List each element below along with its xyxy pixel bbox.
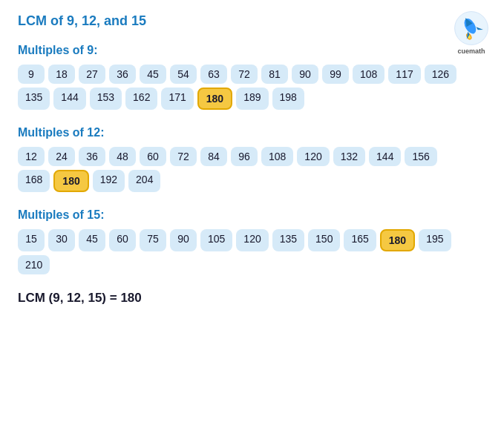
- chip-0-0-0: 9: [18, 65, 45, 84]
- chip-0-1-2: 153: [90, 88, 122, 110]
- chip-1-0-7: 96: [231, 147, 258, 166]
- chip-0-0-4: 45: [140, 65, 166, 84]
- chip-1-0-11: 144: [369, 147, 401, 166]
- chip-1-0-12: 156: [405, 147, 436, 166]
- section-multiples-15: Multiples of 15:153045607590105120135150…: [18, 208, 486, 274]
- chip-1-1-3: 204: [128, 170, 160, 192]
- chip-1-0-4: 60: [140, 147, 166, 166]
- chip-0-0-1: 18: [48, 65, 75, 84]
- chip-1-1-1: 180: [53, 170, 88, 192]
- chip-0-0-11: 108: [353, 65, 384, 84]
- chip-0-0-7: 72: [231, 65, 258, 84]
- chip-1-0-1: 24: [48, 147, 75, 166]
- chip-2-0-8: 135: [272, 229, 304, 251]
- chips-row-2-0: 153045607590105120135150165180195: [18, 229, 486, 251]
- chip-2-0-7: 120: [236, 229, 268, 251]
- chip-0-0-9: 90: [292, 65, 318, 84]
- chips-row-1-0: 1224364860728496108120132144156: [18, 147, 486, 166]
- chip-2-0-9: 150: [308, 229, 340, 251]
- chip-2-0-2: 45: [79, 229, 105, 251]
- chip-0-0-8: 81: [261, 65, 288, 84]
- chip-0-0-5: 54: [170, 65, 197, 84]
- chip-1-0-5: 72: [170, 147, 197, 166]
- chip-1-0-0: 12: [18, 147, 45, 166]
- section-multiples-12: Multiples of 12:122436486072849610812013…: [18, 126, 486, 192]
- chip-0-0-6: 63: [200, 65, 227, 84]
- chip-0-0-2: 27: [79, 65, 105, 84]
- chip-0-1-3: 162: [125, 88, 157, 110]
- chip-2-0-10: 165: [344, 229, 376, 251]
- chip-1-0-8: 108: [261, 147, 293, 166]
- chip-0-1-0: 135: [18, 88, 50, 110]
- chip-0-0-12: 117: [388, 65, 420, 84]
- chip-1-1-0: 168: [18, 170, 50, 192]
- logo-text: cuemath: [457, 47, 485, 55]
- chips-row-1-1: 168180192204: [18, 170, 486, 192]
- chips-row-0-0: 918273645546372819099108117126: [18, 65, 486, 84]
- section-label-1: Multiples of 12:: [18, 126, 486, 139]
- chip-2-0-12: 195: [419, 229, 451, 251]
- chip-0-0-13: 126: [425, 65, 456, 84]
- section-multiples-9: Multiples of 9:9182736455463728190991081…: [18, 44, 486, 110]
- chip-2-0-0: 15: [18, 229, 45, 251]
- chip-0-0-10: 99: [322, 65, 349, 84]
- chip-1-1-2: 192: [93, 170, 125, 192]
- chip-1-0-2: 36: [79, 147, 105, 166]
- chip-0-1-6: 189: [236, 88, 268, 110]
- chip-1-0-9: 120: [297, 147, 329, 166]
- chip-2-0-1: 30: [48, 229, 75, 251]
- chip-1-0-3: 48: [109, 147, 136, 166]
- section-label-2: Multiples of 15:: [18, 208, 486, 222]
- chip-0-1-4: 171: [161, 88, 193, 110]
- chip-2-1-0: 210: [18, 255, 50, 274]
- chip-2-0-3: 60: [109, 229, 136, 251]
- chips-row-0-1: 135144153162171180189198: [18, 88, 486, 110]
- chip-2-0-4: 75: [140, 229, 166, 251]
- chip-2-0-11: 180: [380, 229, 415, 251]
- chip-2-0-6: 105: [200, 229, 232, 251]
- page-title: LCM of 9, 12, and 15: [18, 13, 486, 29]
- chip-0-1-1: 144: [53, 88, 85, 110]
- chip-2-0-5: 90: [170, 229, 197, 251]
- chip-0-0-3: 36: [109, 65, 136, 84]
- sections-container: Multiples of 9:9182736455463728190991081…: [18, 44, 486, 274]
- chip-1-0-6: 84: [200, 147, 227, 166]
- chips-row-2-1: 210: [18, 255, 486, 274]
- lcm-result: LCM (9, 12, 15) = 180: [18, 291, 486, 306]
- logo-area: cuemath: [454, 10, 489, 55]
- chip-0-1-5: 180: [197, 88, 232, 110]
- chip-1-0-10: 132: [333, 147, 365, 166]
- chip-0-1-7: 198: [272, 88, 304, 110]
- section-label-0: Multiples of 9:: [18, 44, 486, 57]
- logo-icon: [454, 10, 489, 46]
